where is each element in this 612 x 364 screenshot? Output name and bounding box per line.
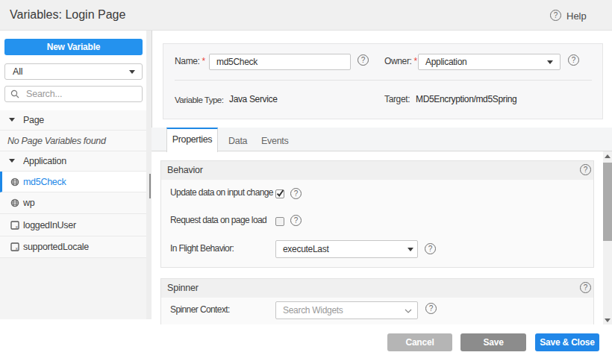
svg-text:x: x [16, 246, 18, 251]
svg-text:x: x [16, 224, 18, 228]
